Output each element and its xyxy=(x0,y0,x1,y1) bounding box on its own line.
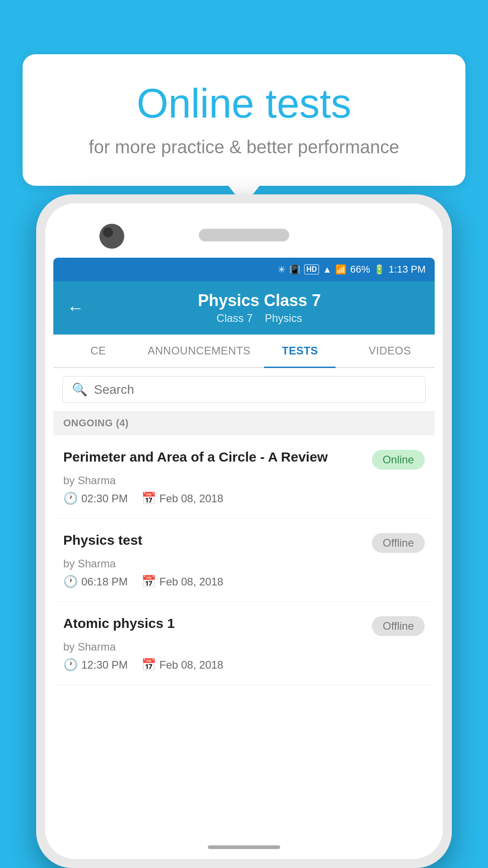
ongoing-section-header: ONGOING (4) xyxy=(53,411,435,435)
signal-icon: 📶 xyxy=(335,264,347,275)
test-item-header: Perimeter and Area of a Circle - A Revie… xyxy=(63,448,425,470)
tabs-bar: CE ANNOUNCEMENTS TESTS VIDEOS xyxy=(53,335,435,368)
hd-icon: HD xyxy=(304,264,319,274)
wifi-icon: ▲ xyxy=(323,264,332,275)
speech-bubble: Online tests for more practice & better … xyxy=(23,54,465,186)
page-subtitle: Class 7 Physics xyxy=(98,312,421,325)
phone-camera xyxy=(99,224,124,249)
test-time: 🕐 12:30 PM xyxy=(63,658,128,672)
tab-ce[interactable]: CE xyxy=(53,335,143,367)
time-text: 1:13 PM xyxy=(389,264,426,275)
tab-videos[interactable]: VIDEOS xyxy=(345,335,435,367)
test-date: 📅 Feb 08, 2018 xyxy=(141,575,223,589)
test-name: Physics test xyxy=(63,531,365,549)
status-badge: Offline xyxy=(372,616,425,636)
status-bar: ✳ 📳 HD ▲ 📶 66% 🔋 1:13 PM xyxy=(53,258,435,281)
clock-icon: 🕐 xyxy=(63,658,78,672)
test-author: by Sharma xyxy=(63,641,425,653)
header-text-block: Physics Class 7 Class 7 Physics xyxy=(98,291,421,325)
search-icon: 🔍 xyxy=(72,382,88,397)
bluetooth-icon: ✳ xyxy=(278,264,286,275)
battery-icon: 🔋 xyxy=(374,264,385,275)
clock-icon: 🕐 xyxy=(63,575,78,589)
phone-home-indicator xyxy=(208,845,280,849)
calendar-icon: 📅 xyxy=(141,658,156,672)
test-meta: 🕐 06:18 PM 📅 Feb 08, 2018 xyxy=(63,575,425,589)
bubble-subtitle: for more practice & better performance xyxy=(59,135,429,159)
tab-announcements[interactable]: ANNOUNCEMENTS xyxy=(143,335,255,367)
test-meta: 🕐 12:30 PM 📅 Feb 08, 2018 xyxy=(63,658,425,672)
back-button[interactable]: ← xyxy=(67,298,84,318)
page-title: Physics Class 7 xyxy=(98,291,421,310)
vibrate-icon: 📳 xyxy=(289,264,300,275)
test-date: 📅 Feb 08, 2018 xyxy=(141,491,223,505)
status-badge: Offline xyxy=(372,533,425,553)
test-item[interactable]: Atomic physics 1 Offline by Sharma 🕐 12:… xyxy=(53,602,435,685)
test-item-header: Atomic physics 1 Offline xyxy=(63,614,425,636)
test-item[interactable]: Physics test Offline by Sharma 🕐 06:18 P… xyxy=(53,519,435,602)
test-date: 📅 Feb 08, 2018 xyxy=(141,658,223,672)
test-name: Perimeter and Area of a Circle - A Revie… xyxy=(63,448,365,466)
test-name: Atomic physics 1 xyxy=(63,614,365,632)
phone-speaker xyxy=(199,229,289,241)
bubble-title: Online tests xyxy=(59,81,429,126)
test-author: by Sharma xyxy=(63,474,425,487)
status-badge: Online xyxy=(372,450,425,470)
tab-tests[interactable]: TESTS xyxy=(255,335,345,367)
clock-icon: 🕐 xyxy=(63,491,78,505)
test-item[interactable]: Perimeter and Area of a Circle - A Revie… xyxy=(53,435,435,519)
status-icons: ✳ 📳 HD ▲ 📶 66% 🔋 1:13 PM xyxy=(278,264,426,275)
phone-inner-shell: ✳ 📳 HD ▲ 📶 66% 🔋 1:13 PM ← Physics Class xyxy=(45,203,443,859)
battery-text: 66% xyxy=(350,264,370,275)
test-time: 🕐 02:30 PM xyxy=(63,491,128,505)
search-input[interactable] xyxy=(94,382,416,397)
speech-bubble-section: Online tests for more practice & better … xyxy=(23,54,465,186)
test-item-header: Physics test Offline xyxy=(63,531,425,553)
phone-mockup: ✳ 📳 HD ▲ 📶 66% 🔋 1:13 PM ← Physics Class xyxy=(36,194,452,868)
tests-list: Perimeter and Area of a Circle - A Revie… xyxy=(53,435,435,832)
app-header: ← Physics Class 7 Class 7 Physics xyxy=(53,281,435,335)
calendar-icon: 📅 xyxy=(141,491,156,505)
search-box[interactable]: 🔍 xyxy=(62,376,426,403)
phone-screen: ✳ 📳 HD ▲ 📶 66% 🔋 1:13 PM ← Physics Class xyxy=(53,258,435,832)
test-meta: 🕐 02:30 PM 📅 Feb 08, 2018 xyxy=(63,491,425,505)
phone-outer-shell: ✳ 📳 HD ▲ 📶 66% 🔋 1:13 PM ← Physics Class xyxy=(36,194,452,868)
calendar-icon: 📅 xyxy=(141,575,156,589)
test-author: by Sharma xyxy=(63,557,425,570)
search-container: 🔍 xyxy=(53,368,435,411)
test-time: 🕐 06:18 PM xyxy=(63,575,128,589)
